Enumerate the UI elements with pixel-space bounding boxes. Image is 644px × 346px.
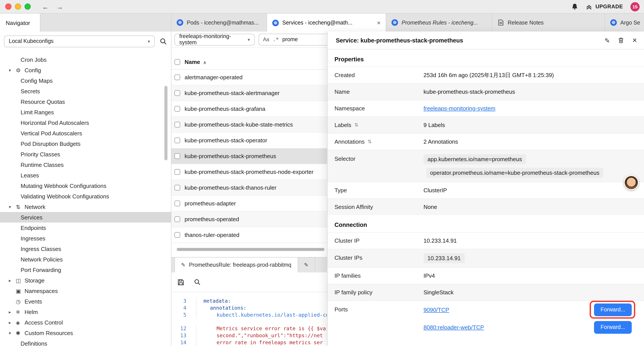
edit-icon[interactable]: ✎ — [604, 37, 610, 43]
close-window-button[interactable] — [5, 3, 12, 10]
sidebar-item-ingresses[interactable]: Ingresses — [0, 233, 171, 244]
sidebar-item-storage[interactable]: ▸◫Storage — [0, 275, 171, 286]
close-icon[interactable]: × — [632, 36, 637, 44]
chevron-down-icon[interactable]: ▾ — [9, 331, 16, 335]
row-checkbox[interactable] — [174, 216, 180, 222]
forward-button[interactable]: Forward... — [594, 303, 632, 316]
kubeconfig-dropdown[interactable]: Local Kubeconfigs ▾ — [4, 35, 155, 47]
sort-ascending-icon[interactable]: ∧ — [203, 60, 206, 65]
editor-tab-prometheusrule[interactable]: ✎ PrometheusRule: freeleaps-prod-rabbitm… — [174, 258, 298, 272]
sidebar-item-access-control[interactable]: ▸◈Access Control — [0, 317, 171, 328]
notifications-bell-icon[interactable] — [571, 3, 578, 10]
chevron-right-icon[interactable]: ▸ — [9, 320, 16, 325]
editor-search-icon[interactable] — [194, 279, 201, 286]
notification-count-badge[interactable]: 15 — [630, 2, 640, 11]
back-button[interactable]: ← — [42, 3, 49, 10]
save-icon[interactable] — [177, 278, 184, 286]
column-header-name[interactable]: Name — [184, 59, 200, 65]
search-button[interactable] — [160, 37, 167, 45]
sidebar-item-label: Config — [24, 67, 41, 73]
upgrade-label: UPGRADE — [595, 3, 623, 10]
value-text: None — [424, 204, 437, 210]
sidebar-item-secrets[interactable]: Secrets — [0, 86, 171, 96]
sidebar-item-endpoints[interactable]: Endpoints — [0, 223, 171, 233]
port-link[interactable]: 8080:reloader-web/TCP — [424, 324, 484, 331]
sidebar-item-port-forwarding[interactable]: Port Forwarding — [0, 265, 171, 275]
row-checkbox[interactable] — [174, 74, 180, 80]
sort-toggle-icon[interactable]: ⇅ — [354, 122, 358, 128]
sidebar-item-ingress-classes[interactable]: Ingress Classes — [0, 244, 171, 254]
match-case-toggle[interactable]: Aa — [263, 37, 269, 42]
sidebar-item-cron-jobs[interactable]: Cron Jobs — [0, 54, 171, 65]
sidebar-item-limit-ranges[interactable]: Limit Ranges — [0, 107, 171, 117]
sidebar-item-config[interactable]: ▾⚙Config — [0, 65, 171, 75]
tab-release-notes[interactable]: Release Notes — [492, 13, 605, 31]
sidebar-item-leases[interactable]: Leases — [0, 170, 171, 180]
row-checkbox[interactable] — [174, 90, 180, 96]
port-link[interactable]: 9090/TCP — [424, 306, 449, 313]
chevron-right-icon[interactable]: ▸ — [9, 310, 16, 314]
sidebar-item-pod-disruption-budgets[interactable]: Pod Disruption Budgets — [0, 138, 171, 149]
chevron-right-icon[interactable]: ▸ — [9, 278, 16, 283]
row-value: kube-prometheus-stack-prometheus — [424, 88, 644, 95]
row-label: Cluster IP — [328, 237, 424, 244]
row-name: kube-prometheus-stack-thanos-ruler — [184, 184, 276, 191]
forward-button[interactable]: Forward... — [594, 321, 632, 334]
forward-button[interactable]: → — [56, 3, 63, 10]
sidebar-item-vertical-pod-autoscalers[interactable]: Vertical Pod Autoscalers — [0, 128, 171, 138]
sort-toggle-icon[interactable]: ⇅ — [368, 139, 372, 145]
sidebar-item-horizontal-pod-autoscalers[interactable]: Horizontal Pod Autoscalers — [0, 117, 171, 128]
search-query[interactable]: prome — [282, 36, 298, 42]
tab-strip: Navigator ☸Pods - icecheng@mathmas...☸Se… — [0, 13, 644, 32]
namespace-link[interactable]: freeleaps-monitoring-system — [424, 105, 496, 112]
tab-services-icecheng-math[interactable]: ☸Services - icecheng@math...× — [267, 13, 386, 32]
close-icon[interactable]: × — [373, 19, 380, 26]
namespace-dropdown[interactable]: freeleaps-monitoring-system ▾ — [174, 33, 255, 45]
delete-icon[interactable] — [618, 37, 624, 44]
sidebar-item-mutating-webhook-configurations[interactable]: Mutating Webhook Configurations — [0, 180, 171, 191]
navigator-tree: Cron Jobs▾⚙ConfigConfig MapsSecretsResou… — [0, 51, 171, 346]
row-checkbox[interactable] — [174, 153, 180, 159]
sidebar-item-label: Cron Jobs — [20, 56, 47, 63]
row-checkbox[interactable] — [174, 106, 180, 112]
chevron-down-icon[interactable]: ▾ — [9, 68, 16, 72]
editor-tab-secondary[interactable]: ✎ — [298, 258, 315, 272]
chevron-down-icon[interactable]: ▾ — [9, 204, 16, 209]
row-checkbox[interactable] — [174, 137, 180, 143]
sidebar-item-definitions[interactable]: Definitions — [0, 338, 171, 346]
row-checkbox[interactable] — [174, 122, 180, 127]
row-checkbox[interactable] — [174, 169, 180, 175]
sidebar-item-priority-classes[interactable]: Priority Classes — [0, 149, 171, 159]
row-value: 10.233.14.91 — [424, 249, 644, 267]
row-checkbox[interactable] — [174, 232, 180, 238]
sidebar-item-runtime-classes[interactable]: Runtime Classes — [0, 159, 171, 170]
tab-argo-se[interactable]: ☸Argo Se — [605, 13, 644, 31]
sidebar-scrollbar[interactable] — [164, 86, 168, 160]
regex-toggle[interactable]: .* — [273, 36, 279, 42]
sidebar-item-network-policies[interactable]: Network Policies — [0, 254, 171, 265]
tab-navigator[interactable]: Navigator — [0, 13, 40, 32]
sidebar-item-validating-webhook-configurations[interactable]: Validating Webhook Configurations — [0, 191, 171, 201]
tab-prometheus-rules-icecheng[interactable]: ☸Prometheus Rules - icecheng... — [386, 13, 492, 31]
value-text: 253d 16h 6m ago (2025年1月13日 GMT+8 1:25:3… — [424, 72, 554, 78]
row-checkbox[interactable] — [174, 201, 180, 206]
sidebar-item-resource-quotas[interactable]: Resource Quotas — [0, 96, 171, 107]
upgrade-button[interactable]: UPGRADE — [586, 3, 623, 10]
sidebar-item-config-maps[interactable]: Config Maps — [0, 75, 171, 86]
sidebar-item-services[interactable]: Services — [0, 212, 171, 223]
sidebar-item-namespaces[interactable]: ▣Namespaces — [0, 286, 171, 296]
chevron-down-icon: ▾ — [148, 39, 150, 43]
sidebar-item-network[interactable]: ▾⇅Network — [0, 201, 171, 212]
tab-pods-icecheng-mathmas[interactable]: ☸Pods - icecheng@mathmas... — [172, 13, 267, 31]
sidebar-item-events[interactable]: ◷Events — [0, 296, 171, 307]
kubernetes-icon: ☸ — [177, 19, 183, 26]
minimize-window-button[interactable] — [15, 3, 21, 10]
maximize-window-button[interactable] — [24, 3, 31, 10]
avatar[interactable] — [624, 175, 639, 190]
select-all-checkbox[interactable] — [174, 59, 180, 65]
row-checkbox[interactable] — [174, 185, 180, 191]
horizontal-scrollbar[interactable] — [177, 248, 324, 251]
sidebar-item-helm[interactable]: ▸⎈Helm — [0, 307, 171, 317]
kubernetes-icon: ☸ — [272, 19, 279, 26]
sidebar-item-custom-resources[interactable]: ▾✱Custom Resources — [0, 328, 171, 338]
